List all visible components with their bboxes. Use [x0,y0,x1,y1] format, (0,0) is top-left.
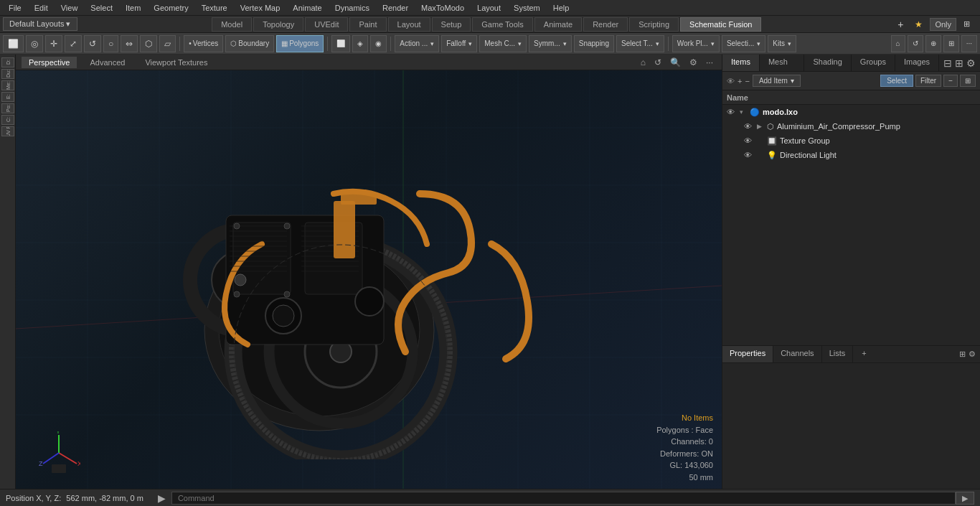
menu-dynamics[interactable]: Dynamics [329,2,375,14]
sidebar-btn-4[interactable]: E: [1,92,14,102]
item-expand-0[interactable]: ▾ [740,108,747,116]
menu-render[interactable]: Render [377,2,414,14]
item-eye-0[interactable]: 👁 [727,108,737,116]
viewport-tab-perspective[interactable]: Perspective [22,57,77,68]
menu-layout[interactable]: Layout [471,2,507,14]
sidebar-btn-1[interactable]: D: [1,57,14,67]
item-aluminium[interactable]: 👁 ▶ ⬡ Aluminium_Air_Compressor_Pump [722,119,980,133]
vp-settings-icon[interactable]: ⚙ [687,56,700,69]
view-extra[interactable]: ··· [961,35,977,52]
tool-circle[interactable]: ○ [103,35,118,52]
maximize-button[interactable]: ⊞ [959,18,974,30]
tab-items[interactable]: Items [722,55,760,71]
prop-tab-channels[interactable]: Channels [773,346,821,362]
sidebar-btn-7[interactable]: UV F [1,126,14,136]
mode-btn3[interactable]: ◉ [370,35,387,52]
tab-groups[interactable]: Groups [852,55,895,71]
tab-render[interactable]: Render [583,17,628,32]
mode-btn2[interactable]: ◈ [352,35,368,52]
sidebar-btn-5[interactable]: Po: [1,103,14,113]
item-eye-2[interactable]: 👁 [744,136,754,145]
command-input[interactable] [171,492,956,505]
select-button[interactable]: Select [880,75,913,87]
tab-scripting[interactable]: Scripting [629,17,679,32]
items-add-icon[interactable]: + [738,77,742,85]
prop-settings-icon[interactable]: ⚙ [969,350,976,359]
polygons-button[interactable]: ▦ Polygons [276,35,324,52]
viewport-tab-advanced[interactable]: Advanced [83,57,132,68]
item-eye-3[interactable]: 👁 [744,151,754,159]
view-zoom[interactable]: ⊕ [925,35,941,52]
view-orbit[interactable]: ↺ [908,35,923,52]
tab-uvedit[interactable]: UVEdit [305,17,348,32]
tool-mirror[interactable]: ⇔ [121,35,138,52]
tool-select-lasso[interactable]: ◎ [26,35,43,52]
symmetry-dropdown[interactable]: Symm... [529,35,572,52]
tool-transform[interactable]: ✛ [45,35,62,52]
tab-schematic-fusion[interactable]: Schematic Fusion [680,17,761,32]
menu-system[interactable]: System [508,2,546,14]
menu-texture[interactable]: Texture [196,2,233,14]
filter-expand-button[interactable]: ⊞ [960,75,976,87]
menu-geometry[interactable]: Geometry [148,2,194,14]
selecti-dropdown[interactable]: Selecti... [722,35,765,52]
menu-help[interactable]: Help [547,2,575,14]
items-minus-icon[interactable]: − [745,77,749,85]
add-layout-button[interactable]: + [893,17,908,32]
tab-model[interactable]: Model [212,17,252,32]
tab-paint[interactable]: Paint [349,17,386,32]
command-divider[interactable]: ▶ [158,492,166,504]
filter-button[interactable]: Filter [915,75,941,87]
snapping-button[interactable]: Snapping [574,35,614,52]
tab-game-tools[interactable]: Game Tools [472,17,533,32]
select-tool-dropdown[interactable]: Select T... [616,35,664,52]
tab-mesh[interactable]: Mesh ... [760,55,805,71]
item-eye-1[interactable]: 👁 [744,122,754,131]
kits-dropdown[interactable]: Kits [768,35,796,52]
mesh-dropdown[interactable]: Mesh C... [479,35,527,52]
vp-search-icon[interactable]: 🔍 [667,56,684,69]
view-home[interactable]: ⌂ [891,35,905,52]
fallback-mode-btn[interactable]: ⬜ [331,35,350,52]
sidebar-btn-3[interactable]: Me: [1,80,14,90]
tool-extra2[interactable]: ▱ [159,35,176,52]
falloff-dropdown[interactable]: Falloff [441,35,477,52]
workplane-dropdown[interactable]: Work Pl... [672,35,720,52]
item-directional-light[interactable]: 👁 💡 Directional Light [722,148,980,162]
right-panel-settings[interactable]: ⚙ [966,57,976,69]
menu-file[interactable]: File [3,2,27,14]
boundary-button[interactable]: ⬡ Boundary [225,35,274,52]
viewport-canvas[interactable]: .gridline { stroke: #4a7a9a; stroke-widt… [16,70,722,489]
tab-images[interactable]: Images [895,55,939,71]
right-panel-collapse[interactable]: ⊟ [943,57,952,69]
item-expand-1[interactable]: ▶ [757,123,764,130]
viewport-tab-textures[interactable]: Viewport Textures [138,57,215,68]
item-texture-group[interactable]: 👁 🔲 Texture Group [722,133,980,148]
command-run-button[interactable]: ▶ [956,492,974,505]
star-button[interactable]: ★ [910,18,927,31]
tab-shading[interactable]: Shading [804,55,851,71]
tool-select-rect[interactable]: ⬜ [3,35,24,52]
tab-layout[interactable]: Layout [388,17,430,32]
tab-animate[interactable]: Animate [534,17,582,32]
menu-select[interactable]: Select [85,2,118,14]
tab-setup[interactable]: Setup [432,17,471,32]
filter-minus-button[interactable]: − [943,75,958,87]
vp-reset-icon[interactable]: ↺ [651,56,664,69]
vp-home-icon[interactable]: ⌂ [638,56,649,69]
menu-maxtomodo[interactable]: MaxToModo [415,2,470,14]
sidebar-btn-6[interactable]: C: [1,115,14,125]
vp-dots-icon[interactable]: ··· [703,56,716,69]
prop-add-button[interactable]: + [856,346,872,362]
menu-vertex-map[interactable]: Vertex Map [235,2,286,14]
action-dropdown[interactable]: Action ... [395,35,439,52]
default-layouts-dropdown[interactable]: Default Layouts ▾ [3,17,77,31]
menu-animate[interactable]: Animate [287,2,327,14]
item-modo-lxo[interactable]: 👁 ▾ 🔵 modo.lxo [722,105,980,119]
prop-tab-properties[interactable]: Properties [722,346,773,362]
vertices-button[interactable]: • Vertices [184,35,223,52]
add-item-button[interactable]: Add Item ▾ [753,75,801,87]
sidebar-btn-2[interactable]: Du: [1,69,14,79]
tab-topology[interactable]: Topology [253,17,303,32]
view-maximize[interactable]: ⊞ [943,35,959,52]
